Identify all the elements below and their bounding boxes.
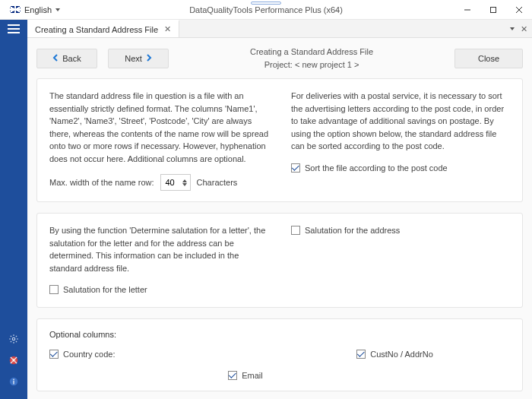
page-title: Creating a Standard Address File <box>169 46 454 59</box>
next-button[interactable]: Next <box>108 49 169 68</box>
svg-point-13 <box>13 359 15 362</box>
menu-button[interactable] <box>8 24 20 35</box>
salutation-address-label: Salutation for the address <box>305 224 400 237</box>
back-label: Back <box>62 54 81 63</box>
max-width-label: Max. width of the name row: <box>49 176 154 189</box>
svg-rect-1 <box>491 8 496 13</box>
project-label: Project: < new project 1 > <box>169 59 454 71</box>
main-area: Creating a Standard Address File ✕ ✕ Bac… <box>27 20 532 399</box>
stepper-down-icon[interactable] <box>182 183 187 186</box>
stepper-up-icon[interactable] <box>182 179 187 182</box>
characters-label: Characters <box>197 176 238 189</box>
tab-menu-icon[interactable] <box>510 27 515 30</box>
checkbox-icon <box>291 226 300 235</box>
checkbox-icon <box>49 350 59 359</box>
svg-point-15 <box>13 379 14 381</box>
max-width-value[interactable] <box>161 178 179 187</box>
tab-strip: Creating a Standard Address File ✕ ✕ <box>27 20 532 38</box>
back-button[interactable]: Back <box>36 49 97 68</box>
country-code-label: Country code: <box>63 350 115 359</box>
format-description-left: The standard address file in question is… <box>49 90 268 165</box>
content: Back Next Creating a Standard Address Fi… <box>27 38 532 399</box>
chevron-left-icon <box>52 54 59 63</box>
salutation-letter-checkbox[interactable]: Salutation for the letter <box>49 283 147 296</box>
checkbox-icon <box>228 371 237 380</box>
panel-optional-columns: Optional columns: Country code: CustNo /… <box>36 318 523 391</box>
panel-format: The standard address file in question is… <box>36 78 523 202</box>
settings-icon[interactable] <box>8 334 19 346</box>
close-button[interactable]: Close <box>454 49 523 68</box>
help-icon[interactable] <box>8 355 19 367</box>
tab-standard-address[interactable]: Creating a Standard Address File ✕ <box>27 20 179 37</box>
language-label: English <box>24 5 52 14</box>
email-checkbox[interactable]: Email <box>228 371 263 380</box>
chevron-right-icon <box>146 54 152 63</box>
page-title-block: Creating a Standard Address File Project… <box>169 46 454 71</box>
checkbox-icon <box>49 285 59 294</box>
maximize-button[interactable] <box>480 0 506 20</box>
tab-label: Creating a Standard Address File <box>35 25 158 34</box>
country-code-checkbox[interactable]: Country code: <box>49 350 280 359</box>
dropdown-icon <box>55 8 60 11</box>
salutation-address-checkbox[interactable]: Salutation for the address <box>291 224 400 237</box>
tab-close-all-icon[interactable]: ✕ <box>521 24 527 34</box>
salutation-letter-label: Salutation for the letter <box>63 283 147 296</box>
close-window-button[interactable] <box>506 0 532 20</box>
window-controls <box>454 0 532 20</box>
uk-flag-icon <box>10 6 21 13</box>
sort-label: Sort the file according to the post code <box>305 162 448 175</box>
email-label: Email <box>242 371 263 380</box>
salutation-description: By using the function 'Determine salutat… <box>49 224 268 274</box>
checkbox-icon <box>356 350 366 359</box>
max-width-stepper[interactable] <box>160 174 191 191</box>
checkbox-icon <box>291 163 300 173</box>
title-bar: English DataQualityTools Performance Plu… <box>0 0 532 20</box>
sidebar <box>0 20 27 399</box>
custno-label: CustNo / AddrNo <box>370 350 433 359</box>
info-icon[interactable] <box>8 376 19 388</box>
window-grip <box>251 2 281 5</box>
close-label: Close <box>478 54 499 63</box>
custno-checkbox[interactable]: CustNo / AddrNo <box>356 350 433 359</box>
svg-rect-16 <box>13 381 14 385</box>
minimize-button[interactable] <box>454 0 480 20</box>
panel-salutation: By using the function 'Determine salutat… <box>36 213 523 308</box>
next-label: Next <box>125 54 142 63</box>
optional-heading: Optional columns: <box>49 330 510 339</box>
tab-close-icon[interactable]: ✕ <box>164 24 171 34</box>
sort-by-postcode-checkbox[interactable]: Sort the file according to the post code <box>291 162 448 175</box>
window-title: DataQualityTools Performance Plus (x64) <box>189 5 343 14</box>
format-description-right: For deliveries with a postal service, it… <box>291 90 510 153</box>
language-selector[interactable]: English <box>3 2 67 17</box>
svg-point-7 <box>12 337 15 340</box>
